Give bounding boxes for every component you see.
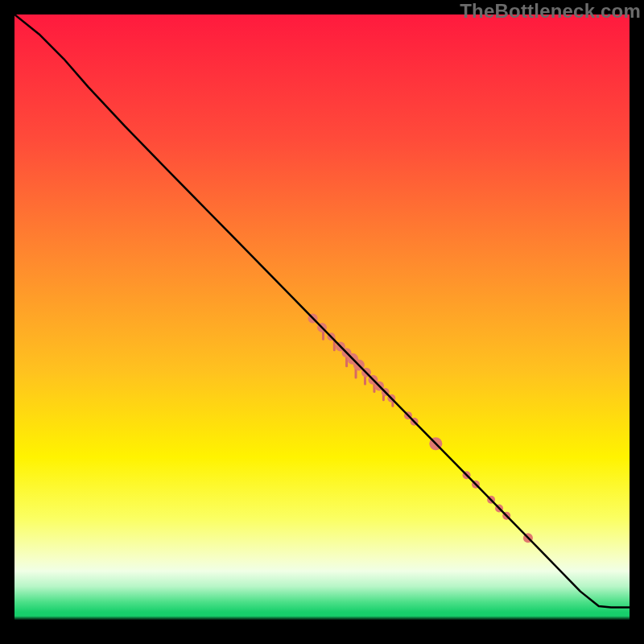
chart-frame: TheBottleneck.com: [0, 0, 644, 644]
chart-svg: [14, 14, 630, 630]
watermark-text: TheBottleneck.com: [460, 0, 641, 23]
chart-plot-area: [14, 14, 630, 630]
